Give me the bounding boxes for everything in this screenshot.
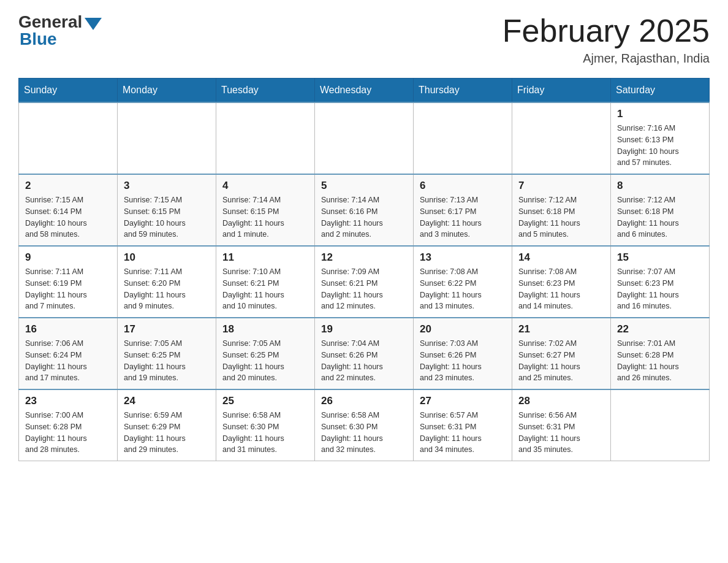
weekday-header-saturday: Saturday <box>611 79 710 103</box>
day-number: 4 <box>222 180 308 192</box>
calendar-cell: 15Sunrise: 7:07 AMSunset: 6:23 PMDayligh… <box>611 246 710 318</box>
calendar-cell <box>414 102 512 174</box>
calendar-cell: 11Sunrise: 7:10 AMSunset: 6:21 PMDayligh… <box>216 246 315 318</box>
calendar-week-1: 1Sunrise: 7:16 AMSunset: 6:13 PMDaylight… <box>19 102 710 174</box>
calendar-cell: 20Sunrise: 7:03 AMSunset: 6:26 PMDayligh… <box>414 318 512 389</box>
day-number: 3 <box>124 180 210 192</box>
calendar-cell: 3Sunrise: 7:15 AMSunset: 6:15 PMDaylight… <box>118 174 216 246</box>
day-number: 14 <box>518 251 604 264</box>
logo-arrow-icon <box>85 18 102 30</box>
day-info: Sunrise: 7:01 AMSunset: 6:28 PMDaylight:… <box>617 338 703 384</box>
calendar-week-5: 23Sunrise: 7:00 AMSunset: 6:28 PMDayligh… <box>19 389 710 461</box>
calendar-cell <box>611 389 710 461</box>
day-info: Sunrise: 7:10 AMSunset: 6:21 PMDaylight:… <box>222 266 308 312</box>
calendar-cell: 9Sunrise: 7:11 AMSunset: 6:19 PMDaylight… <box>19 246 118 318</box>
day-number: 23 <box>25 395 111 407</box>
calendar-cell: 16Sunrise: 7:06 AMSunset: 6:24 PMDayligh… <box>19 318 118 389</box>
calendar-cell: 1Sunrise: 7:16 AMSunset: 6:13 PMDaylight… <box>611 102 710 174</box>
day-info: Sunrise: 6:57 AMSunset: 6:31 PMDaylight:… <box>420 410 506 456</box>
calendar-cell: 6Sunrise: 7:13 AMSunset: 6:17 PMDaylight… <box>414 174 512 246</box>
calendar-cell: 13Sunrise: 7:08 AMSunset: 6:22 PMDayligh… <box>414 246 512 318</box>
day-number: 19 <box>321 323 407 335</box>
day-info: Sunrise: 7:11 AMSunset: 6:20 PMDaylight:… <box>124 266 210 312</box>
calendar-cell: 5Sunrise: 7:14 AMSunset: 6:16 PMDaylight… <box>315 174 414 246</box>
day-number: 21 <box>518 323 604 335</box>
calendar-cell: 2Sunrise: 7:15 AMSunset: 6:14 PMDaylight… <box>19 174 118 246</box>
weekday-header-thursday: Thursday <box>414 79 512 103</box>
day-info: Sunrise: 7:12 AMSunset: 6:18 PMDaylight:… <box>518 194 604 240</box>
day-number: 10 <box>124 251 210 264</box>
weekday-header-sunday: Sunday <box>19 79 118 103</box>
page-header: General Blue February 2025 Ajmer, Rajast… <box>18 12 710 66</box>
day-number: 25 <box>222 395 308 407</box>
calendar-cell: 12Sunrise: 7:09 AMSunset: 6:21 PMDayligh… <box>315 246 414 318</box>
day-info: Sunrise: 7:12 AMSunset: 6:18 PMDaylight:… <box>617 194 703 240</box>
calendar-week-4: 16Sunrise: 7:06 AMSunset: 6:24 PMDayligh… <box>19 318 710 389</box>
calendar-cell: 8Sunrise: 7:12 AMSunset: 6:18 PMDaylight… <box>611 174 710 246</box>
day-info: Sunrise: 7:00 AMSunset: 6:28 PMDaylight:… <box>25 410 111 456</box>
day-number: 17 <box>124 323 210 335</box>
calendar-cell: 10Sunrise: 7:11 AMSunset: 6:20 PMDayligh… <box>118 246 216 318</box>
day-info: Sunrise: 7:09 AMSunset: 6:21 PMDaylight:… <box>321 266 407 312</box>
title-section: February 2025 Ajmer, Rajasthan, India <box>502 12 710 66</box>
weekday-header-row: SundayMondayTuesdayWednesdayThursdayFrid… <box>19 79 710 103</box>
day-number: 1 <box>617 108 703 120</box>
calendar-cell: 4Sunrise: 7:14 AMSunset: 6:15 PMDaylight… <box>216 174 315 246</box>
day-info: Sunrise: 6:56 AMSunset: 6:31 PMDaylight:… <box>518 410 604 456</box>
calendar-cell: 27Sunrise: 6:57 AMSunset: 6:31 PMDayligh… <box>414 389 512 461</box>
day-info: Sunrise: 7:13 AMSunset: 6:17 PMDaylight:… <box>420 194 506 240</box>
day-info: Sunrise: 7:08 AMSunset: 6:22 PMDaylight:… <box>420 266 506 312</box>
calendar-table: SundayMondayTuesdayWednesdayThursdayFrid… <box>18 78 710 461</box>
calendar-cell: 28Sunrise: 6:56 AMSunset: 6:31 PMDayligh… <box>512 389 611 461</box>
day-number: 9 <box>25 251 111 264</box>
day-number: 20 <box>420 323 506 335</box>
calendar-cell: 14Sunrise: 7:08 AMSunset: 6:23 PMDayligh… <box>512 246 611 318</box>
day-number: 26 <box>321 395 407 407</box>
day-number: 7 <box>518 180 604 192</box>
weekday-header-wednesday: Wednesday <box>315 79 414 103</box>
day-info: Sunrise: 6:58 AMSunset: 6:30 PMDaylight:… <box>222 410 308 456</box>
day-number: 16 <box>25 323 111 335</box>
day-info: Sunrise: 7:03 AMSunset: 6:26 PMDaylight:… <box>420 338 506 384</box>
day-number: 18 <box>222 323 308 335</box>
day-info: Sunrise: 6:58 AMSunset: 6:30 PMDaylight:… <box>321 410 407 456</box>
weekday-header-tuesday: Tuesday <box>216 79 315 103</box>
day-number: 15 <box>617 251 703 264</box>
calendar-cell <box>216 102 315 174</box>
day-info: Sunrise: 7:04 AMSunset: 6:26 PMDaylight:… <box>321 338 407 384</box>
calendar-cell: 22Sunrise: 7:01 AMSunset: 6:28 PMDayligh… <box>611 318 710 389</box>
day-number: 2 <box>25 180 111 192</box>
calendar-cell <box>315 102 414 174</box>
location-text: Ajmer, Rajasthan, India <box>502 52 710 66</box>
day-number: 11 <box>222 251 308 264</box>
day-info: Sunrise: 7:16 AMSunset: 6:13 PMDaylight:… <box>617 123 703 169</box>
day-info: Sunrise: 7:05 AMSunset: 6:25 PMDaylight:… <box>222 338 308 384</box>
day-info: Sunrise: 7:15 AMSunset: 6:15 PMDaylight:… <box>124 194 210 240</box>
weekday-header-friday: Friday <box>512 79 611 103</box>
weekday-header-monday: Monday <box>118 79 216 103</box>
day-number: 8 <box>617 180 703 192</box>
day-info: Sunrise: 7:11 AMSunset: 6:19 PMDaylight:… <box>25 266 111 312</box>
day-info: Sunrise: 7:06 AMSunset: 6:24 PMDaylight:… <box>25 338 111 384</box>
day-number: 22 <box>617 323 703 335</box>
calendar-cell: 25Sunrise: 6:58 AMSunset: 6:30 PMDayligh… <box>216 389 315 461</box>
calendar-week-3: 9Sunrise: 7:11 AMSunset: 6:19 PMDaylight… <box>19 246 710 318</box>
day-number: 24 <box>124 395 210 407</box>
calendar-cell <box>118 102 216 174</box>
day-info: Sunrise: 7:02 AMSunset: 6:27 PMDaylight:… <box>518 338 604 384</box>
month-title: February 2025 <box>502 12 710 49</box>
day-info: Sunrise: 6:59 AMSunset: 6:29 PMDaylight:… <box>124 410 210 456</box>
calendar-cell: 26Sunrise: 6:58 AMSunset: 6:30 PMDayligh… <box>315 389 414 461</box>
day-info: Sunrise: 7:15 AMSunset: 6:14 PMDaylight:… <box>25 194 111 240</box>
calendar-cell: 19Sunrise: 7:04 AMSunset: 6:26 PMDayligh… <box>315 318 414 389</box>
calendar-week-2: 2Sunrise: 7:15 AMSunset: 6:14 PMDaylight… <box>19 174 710 246</box>
calendar-cell <box>19 102 118 174</box>
day-info: Sunrise: 7:14 AMSunset: 6:15 PMDaylight:… <box>222 194 308 240</box>
calendar-cell: 24Sunrise: 6:59 AMSunset: 6:29 PMDayligh… <box>118 389 216 461</box>
calendar-cell: 21Sunrise: 7:02 AMSunset: 6:27 PMDayligh… <box>512 318 611 389</box>
calendar-cell: 18Sunrise: 7:05 AMSunset: 6:25 PMDayligh… <box>216 318 315 389</box>
logo: General Blue <box>18 12 102 49</box>
calendar-cell: 17Sunrise: 7:05 AMSunset: 6:25 PMDayligh… <box>118 318 216 389</box>
day-number: 28 <box>518 395 604 407</box>
day-number: 27 <box>420 395 506 407</box>
